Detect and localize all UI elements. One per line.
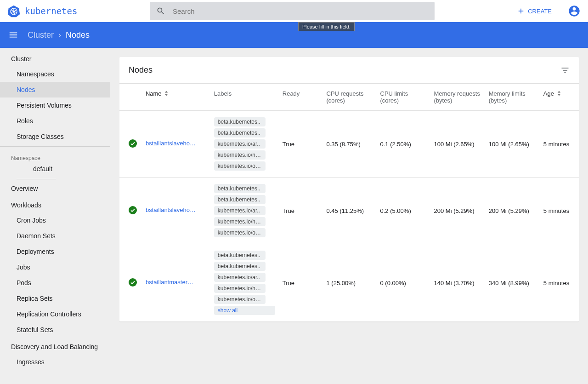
sidebar-item-stateful-sets[interactable]: Stateful Sets — [0, 322, 110, 338]
menu-icon[interactable] — [8, 30, 18, 40]
search-box[interactable]: Please fill in this field. — [150, 2, 435, 20]
sidebar-item-persistent-volumes[interactable]: Persistent Volumes — [0, 97, 110, 113]
label-chip: kubernetes.io/h… — [214, 150, 266, 160]
cell-ready: True — [279, 111, 323, 178]
account-icon[interactable] — [568, 5, 581, 17]
col-ready: Ready — [279, 84, 323, 111]
labels: beta.kubernetes..beta.kubernetes..kubern… — [214, 184, 275, 237]
label-chip: kubernetes.io/o… — [214, 228, 266, 237]
label-chip: beta.kubernetes.. — [214, 251, 266, 260]
divider — [562, 6, 562, 16]
cell-age: 5 minutes — [540, 178, 579, 244]
sidebar-item-namespaces[interactable]: Namespaces — [0, 66, 110, 82]
sidebar-item-jobs[interactable]: Jobs — [0, 259, 110, 275]
sidebar-section-discovery[interactable]: Discovery and Load Balancing — [0, 338, 110, 354]
cell-cpu-req: 1 (25.00%) — [323, 244, 377, 322]
cell-cpu-req: 0.35 (8.75%) — [323, 111, 377, 178]
cell-mem-req: 140 Mi (3.70%) — [430, 244, 485, 322]
sidebar-item-daemon-sets[interactable]: Daemon Sets — [0, 228, 110, 244]
search-icon — [156, 6, 165, 16]
status-ok-icon — [129, 278, 137, 287]
sidebar-section-cluster[interactable]: Cluster — [0, 50, 110, 66]
col-status — [119, 84, 142, 111]
label-chip: kubernetes.io/o… — [214, 295, 266, 304]
breadcrumb-page: Nodes — [66, 30, 90, 40]
label-chip: beta.kubernetes.. — [214, 128, 266, 138]
svg-point-12 — [129, 278, 137, 287]
cell-cpu-lim: 0.2 (5.00%) — [377, 178, 430, 244]
breadcrumb-root[interactable]: Cluster — [28, 30, 54, 40]
labels: beta.kubernetes..beta.kubernetes..kubern… — [214, 251, 275, 315]
cell-cpu-req: 0.45 (11.25%) — [323, 178, 377, 244]
topbar-actions: CREATE — [512, 4, 581, 18]
filter-icon[interactable] — [560, 66, 570, 75]
node-link[interactable]: bstaillantmaster… — [146, 279, 193, 286]
sidebar-item-ingresses[interactable]: Ingresses — [0, 354, 110, 370]
sidebar-item-storage-classes[interactable]: Storage Classes — [0, 129, 110, 144]
cell-mem-lim: 200 Mi (5.29%) — [485, 178, 540, 244]
cell-mem-lim: 100 Mi (2.65%) — [485, 111, 540, 178]
namespace-selected: default — [33, 165, 52, 172]
breadcrumb-bar: Cluster › Nodes — [0, 22, 588, 48]
sidebar-item-replica-sets[interactable]: Replica Sets — [0, 291, 110, 306]
card-header: Nodes — [119, 57, 579, 83]
kubernetes-logo-icon — [7, 5, 20, 17]
col-age[interactable]: Age — [540, 84, 579, 111]
labels: beta.kubernetes..beta.kubernetes..kubern… — [214, 117, 275, 171]
sidebar-section-overview[interactable]: Overview — [0, 179, 110, 196]
cell-cpu-lim: 0.1 (2.50%) — [377, 111, 430, 178]
sidebar-item-replication-controllers[interactable]: Replication Controllers — [0, 306, 110, 322]
table-row: bstaillantslaveho… beta.kubernetes..beta… — [119, 178, 579, 244]
sidebar-section-workloads[interactable]: Workloads — [0, 196, 110, 212]
cell-age: 5 minutes — [540, 111, 579, 178]
label-chip: beta.kubernetes.. — [214, 184, 266, 193]
cell-ready: True — [279, 244, 323, 322]
label-chip: kubernetes.io/ar.. — [214, 139, 266, 149]
label-chip: kubernetes.io/ar.. — [214, 206, 266, 215]
cell-age: 5 minutes — [540, 244, 579, 322]
col-name[interactable]: Name — [142, 84, 210, 111]
show-all-labels[interactable]: show all — [214, 306, 275, 315]
label-chip: beta.kubernetes.. — [214, 117, 266, 126]
cell-ready: True — [279, 178, 323, 244]
sidebar-item-deployments[interactable]: Deployments — [0, 244, 110, 259]
search-tooltip: Please fill in this field. — [298, 22, 355, 31]
breadcrumb: Cluster › Nodes — [28, 30, 90, 40]
namespace-label: Namespace — [0, 149, 110, 162]
sidebar-item-roles[interactable]: Roles — [0, 113, 110, 129]
status-ok-icon — [129, 139, 137, 148]
col-cpu-limits: CPU limits (cores) — [377, 84, 430, 111]
col-memory-limits: Memory limits (bytes) — [485, 84, 540, 111]
node-link[interactable]: bstaillantslaveho… — [146, 140, 196, 147]
create-button[interactable]: CREATE — [512, 4, 556, 18]
top-bar: kubernetes Please fill in this field. CR… — [0, 0, 588, 22]
sort-icon — [557, 91, 562, 97]
card-title: Nodes — [129, 65, 153, 75]
table-row: bstaillantmaster… beta.kubernetes..beta.… — [119, 244, 579, 322]
status-ok-icon — [129, 206, 137, 214]
sidebar-item-nodes[interactable]: Nodes — [0, 82, 110, 97]
col-labels: Labels — [210, 84, 279, 111]
cell-mem-lim: 340 Mi (8.99%) — [485, 244, 540, 322]
chevron-right-icon: › — [58, 30, 61, 40]
svg-point-11 — [129, 206, 137, 214]
sidebar-item-pods[interactable]: Pods — [0, 275, 110, 291]
label-chip: beta.kubernetes.. — [214, 195, 266, 204]
cell-mem-req: 200 Mi (5.29%) — [430, 178, 485, 244]
label-chip: kubernetes.io/h… — [214, 284, 266, 293]
label-chip: kubernetes.io/h… — [214, 217, 266, 226]
label-chip: beta.kubernetes.. — [214, 262, 266, 271]
sort-icon — [164, 91, 169, 97]
logo-text: kubernetes — [25, 6, 77, 16]
content-area: Nodes Name Labels Ready — [110, 48, 588, 384]
svg-point-10 — [129, 139, 137, 148]
logo[interactable]: kubernetes — [7, 5, 150, 17]
nodes-table: Name Labels Ready CPU requests (cores) C… — [119, 83, 579, 321]
plus-icon — [517, 7, 525, 15]
node-link[interactable]: bstaillantslaveho… — [146, 206, 196, 213]
label-chip: kubernetes.io/ar.. — [214, 273, 266, 282]
sidebar-item-cron-jobs[interactable]: Cron Jobs — [0, 212, 110, 228]
search-input[interactable] — [173, 7, 428, 15]
namespace-select[interactable]: default — [17, 162, 56, 179]
cell-mem-req: 100 Mi (2.65%) — [430, 111, 485, 178]
